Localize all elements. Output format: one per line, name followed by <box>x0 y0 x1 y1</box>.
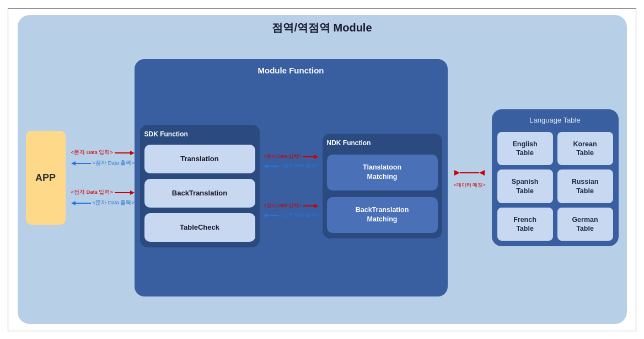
mid-arrow-backtranslation: <점자 Data 입력> <box>264 203 319 219</box>
main-title: 점역/역점역 Module <box>272 20 372 35</box>
svg-marker-13 <box>314 204 318 208</box>
mid-arrows: <문자 Data 입력> <box>266 153 316 219</box>
app-box: APP <box>26 131 66 225</box>
right-arrows: <데이터 매칭> <box>453 167 486 189</box>
mid-right-arrow-1 <box>303 154 318 160</box>
outer-border: 점역/역점역 Module APP <문자 Data 입력> <box>8 8 636 331</box>
english-table-cell: EnglishTable <box>497 132 553 166</box>
mid-left-arrow-2 <box>264 213 279 218</box>
module-function-title: Module Function <box>258 66 324 75</box>
svg-marker-3 <box>71 161 76 166</box>
mid-right-arrow-2 <box>303 203 318 209</box>
spanish-table-cell: SpanishTable <box>497 170 553 203</box>
translation-matching-block: TlanslatoonMatching <box>327 155 438 190</box>
svg-marker-5 <box>130 190 135 195</box>
korean-table-cell: KoreanTable <box>557 132 613 166</box>
translation-block: Translation <box>144 145 255 173</box>
right-arrow-icon <box>115 150 135 156</box>
right-arrow-icon-2 <box>115 190 135 195</box>
german-table-cell: GermanTable <box>557 208 613 241</box>
module-inner-row: SDK Function Translation BackTranslation… <box>140 81 442 291</box>
arrow-braille-input-bottom: <점자 Data 입력> <box>71 189 135 196</box>
mid-arrow-translation: <문자 Data 입력> <box>264 153 319 170</box>
mid-left-arrow-1 <box>264 163 279 169</box>
svg-marker-15 <box>264 213 267 218</box>
module-function-box: Module Function SDK Function Translation… <box>135 59 448 296</box>
svg-marker-11 <box>264 164 267 168</box>
arrow-char-input-top: <문자 Data 입력> <box>71 149 135 156</box>
svg-marker-7 <box>71 201 76 205</box>
left-arrow-icon-2 <box>71 200 91 206</box>
russian-table-cell: RussianTable <box>557 170 613 203</box>
ndk-title: NDK Function <box>327 139 371 147</box>
back-translation-matching-block: BackTranslationMatching <box>327 197 438 233</box>
app-label: APP <box>35 172 56 184</box>
content-row: APP <문자 Data 입력> <점자 Data <box>26 40 619 316</box>
svg-marker-16 <box>454 170 460 176</box>
lang-table-title: Language Table <box>529 116 580 124</box>
french-table-cell: FrenchTable <box>497 208 553 241</box>
sdk-box: SDK Function Translation BackTranslation… <box>140 125 260 247</box>
arrow-char-output-bottom: <문자 Data 출력> <box>71 199 135 206</box>
svg-marker-1 <box>130 151 135 155</box>
svg-marker-18 <box>479 170 485 176</box>
app-sdk-arrows: <문자 Data 입력> <점자 Data 출력> <box>71 149 129 206</box>
mid-char-input: <문자 Data 입력> <box>264 153 319 160</box>
main-container: 점역/역점역 Module APP <문자 Data 입력> <box>18 15 627 324</box>
sdk-title: SDK Function <box>144 130 188 138</box>
mid-braille-output: <점자 Data 출력> <box>264 163 319 170</box>
language-table-box: Language Table EnglishTable KoreanTable … <box>492 109 619 247</box>
svg-marker-9 <box>314 155 318 159</box>
bidir-label: <데이터 매칭> <box>453 182 485 189</box>
lang-grid: EnglishTable KoreanTable SpanishTable Ru… <box>497 132 613 241</box>
left-arrow-icon <box>71 161 91 166</box>
mid-braille-input: <점자 Data 입력> <box>264 203 319 209</box>
ndk-box: NDK Function TlanslatoonMatching BackTra… <box>323 134 442 239</box>
mid-char-output: <문자 Data 출력> <box>264 212 319 219</box>
back-translation-block: BackTranslation <box>144 179 255 208</box>
arrow-braille-output-top: <점자 Data 출력> <box>71 160 135 167</box>
table-check-block: TableCheck <box>144 213 255 242</box>
bidir-arrow-icon <box>454 167 485 178</box>
